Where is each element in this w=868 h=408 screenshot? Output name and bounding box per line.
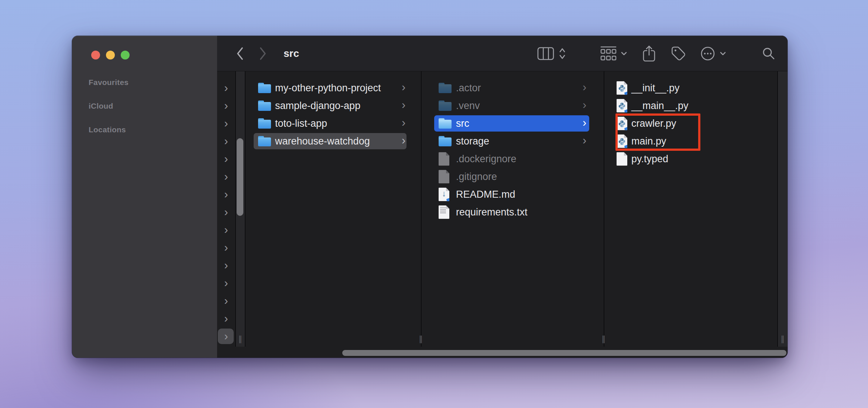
horizontal-scrollbar[interactable]: [342, 350, 786, 356]
column-resize-handle[interactable]: ∥: [599, 334, 608, 343]
column-resize-handle[interactable]: ∥: [778, 334, 787, 343]
parent-item-chevron[interactable]: ›: [217, 221, 235, 239]
share-button[interactable]: [642, 36, 656, 71]
python-file-icon: [617, 99, 627, 113]
folder-icon: [258, 136, 271, 146]
parent-item-chevron[interactable]: ›: [217, 79, 235, 97]
chevron-right-icon: [259, 47, 267, 61]
parent-column: › › › › › › › › › › › › › › ›: [217, 71, 235, 347]
file-row[interactable]: sample-django-app ›: [246, 97, 421, 115]
parent-item-chevron[interactable]: ›: [217, 168, 235, 186]
document-icon: [439, 170, 449, 184]
parent-item-chevron[interactable]: ›: [217, 274, 235, 292]
file-row[interactable]: __init__.py: [604, 79, 777, 97]
file-row-hidden[interactable]: .actor ›: [422, 79, 604, 97]
view-mode-stepper[interactable]: [557, 36, 567, 71]
file-row-hidden[interactable]: .gitignore: [422, 168, 604, 186]
parent-item-chevron[interactable]: ›: [217, 239, 235, 256]
parent-item-chevron[interactable]: ›: [217, 292, 235, 310]
group-icon: [600, 46, 617, 61]
folder-icon: [439, 118, 452, 129]
markdown-file-icon: ↓: [439, 188, 449, 201]
folder-icon: [439, 101, 452, 111]
text-lines-decoration: [440, 207, 446, 214]
text-file-icon: [439, 205, 449, 219]
view-mode-button[interactable]: [535, 36, 556, 71]
parent-item-chevron[interactable]: ›: [217, 132, 235, 150]
vertical-scrollbar[interactable]: [237, 138, 243, 216]
sidebar-section-locations: Locations: [89, 125, 126, 135]
file-name: requirements.txt: [456, 203, 528, 221]
column-resize-handle[interactable]: ∥: [236, 334, 245, 343]
file-row-selected[interactable]: src ›: [422, 115, 604, 132]
more-actions-button[interactable]: [699, 36, 716, 71]
default-app-badge: [446, 198, 451, 202]
file-row[interactable]: toto-list-app ›: [246, 115, 421, 132]
forward-button[interactable]: [255, 36, 270, 71]
file-row[interactable]: __main__.py: [604, 97, 777, 115]
chevron-down-icon: [621, 51, 627, 56]
document-icon: [439, 152, 449, 166]
next-column-sliver: [778, 71, 788, 347]
parent-item-chevron[interactable]: ›: [217, 310, 235, 327]
zoom-button[interactable]: [121, 51, 130, 59]
chevron-right-icon: ›: [402, 115, 405, 132]
parent-item-chevron[interactable]: ›: [217, 203, 235, 221]
file-name: __main__.py: [631, 97, 689, 115]
group-by-menu[interactable]: [620, 36, 628, 71]
search-button[interactable]: [761, 36, 776, 71]
parent-item-chevron[interactable]: ›: [217, 97, 235, 115]
file-row[interactable]: requirements.txt: [422, 203, 604, 221]
file-row[interactable]: ↓ README.md: [422, 186, 604, 203]
file-name: toto-list-app: [275, 115, 327, 132]
file-row[interactable]: storage ›: [422, 132, 604, 150]
red-annotation-box: [615, 113, 700, 151]
minimize-button[interactable]: [106, 51, 115, 59]
column-view-icon: [537, 47, 554, 60]
file-name: py.typed: [631, 150, 668, 168]
file-name: README.md: [456, 186, 515, 203]
sidebar: Favourites iCloud Locations: [72, 36, 217, 358]
folder-icon: [439, 136, 452, 146]
parent-item-chevron[interactable]: ›: [217, 186, 235, 203]
python-file-icon: [617, 81, 627, 95]
column-resize-handle[interactable]: ∥: [416, 334, 425, 343]
back-button[interactable]: [233, 36, 247, 71]
folder-icon: [258, 83, 271, 93]
search-icon: [762, 47, 775, 60]
file-row[interactable]: my-other-python-project ›: [246, 79, 421, 97]
group-by-button[interactable]: [598, 36, 619, 71]
folder-icon: [258, 118, 271, 129]
column-src: __init__.py __main__.py crawler.py: [604, 71, 777, 347]
finder-window: Favourites iCloud Locations src: [72, 36, 788, 358]
parent-item-chevron[interactable]: ›: [217, 115, 235, 132]
column-projects: my-other-python-project › sample-django-…: [246, 71, 421, 347]
tag-icon: [671, 46, 686, 61]
file-name: .gitignore: [456, 168, 497, 186]
column-view: › › › › › › › › › › › › › › ›: [217, 71, 788, 358]
tags-button[interactable]: [670, 36, 687, 71]
file-name: .dockerignore: [456, 150, 517, 168]
parent-item-chevron-selected[interactable]: ›: [217, 327, 235, 345]
file-row-selected[interactable]: warehouse-watchdog ›: [246, 132, 421, 150]
file-name: sample-django-app: [275, 97, 360, 115]
more-actions-menu[interactable]: [718, 36, 727, 71]
chevron-right-icon: ›: [583, 132, 586, 150]
file-row-hidden[interactable]: .venv ›: [422, 97, 604, 115]
finder-main: src: [217, 36, 788, 358]
parent-item-chevron[interactable]: ›: [217, 150, 235, 168]
chevron-down-icon: [720, 51, 726, 56]
chevron-right-icon: ›: [583, 97, 586, 115]
folder-icon: [439, 83, 452, 93]
sidebar-section-favourites: Favourites: [89, 78, 128, 87]
python-logo-icon: [618, 102, 626, 110]
file-row[interactable]: py.typed: [604, 150, 777, 168]
parent-item-chevron[interactable]: ›: [217, 256, 235, 274]
file-name: my-other-python-project: [275, 79, 381, 97]
file-row-hidden[interactable]: .dockerignore: [422, 150, 604, 168]
sidebar-section-icloud: iCloud: [89, 101, 113, 111]
file-name: .actor: [456, 79, 481, 97]
close-button[interactable]: [91, 51, 100, 59]
folder-icon: [258, 101, 271, 111]
share-icon: [642, 45, 656, 62]
